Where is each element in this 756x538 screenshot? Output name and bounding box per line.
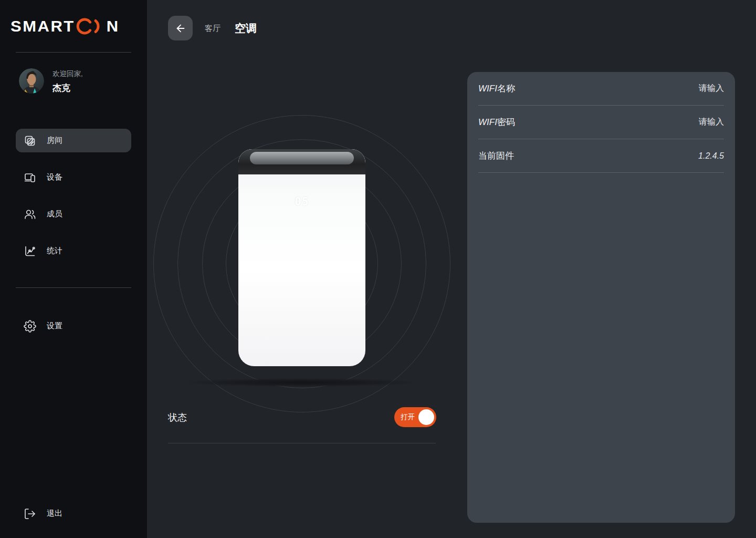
sidebar-item-rooms[interactable]: 房间	[16, 129, 131, 152]
ac-top-panel	[238, 149, 365, 174]
logo-text-smart: SMART	[10, 17, 75, 36]
sidebar-item-stats[interactable]: 统计	[16, 239, 131, 263]
back-button[interactable]	[168, 16, 193, 40]
air-conditioner-image: 05	[238, 149, 365, 366]
wifi-name-label-rest: 名称	[497, 84, 515, 94]
wifi-password-label-prefix: WIFI	[478, 117, 497, 127]
arrow-left-icon	[175, 23, 186, 34]
avatar-image	[19, 68, 44, 94]
sidebar-nav: 房间 设备 成员 统计	[16, 129, 131, 276]
sidebar-item-members[interactable]: 成员	[16, 202, 131, 226]
power-toggle-label: 打开	[401, 412, 415, 422]
gear-icon	[24, 320, 36, 333]
sidebar-item-label: 设置	[47, 321, 62, 331]
username: 杰克	[52, 82, 83, 94]
toggle-knob	[418, 409, 434, 425]
wifi-password-row: WIFI密码 请输入	[478, 106, 724, 139]
sidebar-item-label: 成员	[47, 209, 62, 219]
firmware-version: 1.2.4.5	[698, 151, 724, 161]
wifi-name-row: WIFI名称 请输入	[478, 72, 724, 106]
sidebar-item-label: 统计	[47, 246, 62, 256]
breadcrumb[interactable]: 客厅	[205, 24, 220, 34]
wifi-name-input[interactable]: 请输入	[699, 83, 724, 94]
page-title: 空调	[235, 21, 257, 36]
sidebar-item-label: 设备	[47, 172, 62, 182]
wifi-name-label: WIFI名称	[478, 82, 515, 95]
status-divider	[168, 443, 436, 443]
sidebar-item-label: 退出	[47, 509, 62, 519]
ac-led-display: 05	[238, 195, 365, 208]
device-shadow	[180, 378, 424, 387]
members-icon	[24, 208, 36, 221]
profile-text: 欢迎回家, 杰克	[52, 68, 83, 94]
wifi-password-label: WIFI密码	[478, 116, 515, 128]
power-toggle[interactable]: 打开	[394, 407, 436, 427]
ac-top-lid	[250, 152, 354, 164]
devices-icon	[24, 171, 36, 184]
user-profile: 欢迎回家, 杰克	[19, 68, 83, 94]
sidebar-item-devices[interactable]: 设备	[16, 165, 131, 189]
avatar[interactable]	[19, 68, 44, 94]
rooms-icon	[24, 134, 36, 147]
sidebar-divider-top	[16, 52, 131, 53]
sidebar-item-label: 房间	[47, 136, 62, 146]
wifi-password-label-rest: 密码	[497, 117, 515, 127]
firmware-label: 当前固件	[478, 150, 514, 162]
sidebar-divider-mid	[16, 287, 131, 288]
firmware-row: 当前固件 1.2.4.5	[478, 139, 724, 173]
wifi-password-input[interactable]: 请输入	[699, 117, 724, 128]
sidebar-item-settings[interactable]: 设置	[16, 314, 131, 338]
logo-o-ring-icon	[76, 17, 106, 36]
firmware-label-text: 当前固件	[478, 151, 514, 161]
stats-icon	[24, 245, 36, 257]
logo-text-n: N	[107, 17, 120, 36]
sidebar-item-logout[interactable]: 退出	[16, 502, 131, 525]
wifi-name-label-prefix: WIFI	[478, 84, 497, 94]
welcome-text: 欢迎回家,	[52, 69, 83, 79]
device-settings-card: WIFI名称 请输入 WIFI密码 请输入 当前固件 1.2.4.5	[467, 72, 735, 523]
status-label: 状态	[168, 411, 187, 424]
logout-icon	[24, 508, 36, 520]
brand-logo: SMART N	[10, 16, 120, 37]
sidebar: SMART N	[0, 0, 147, 538]
